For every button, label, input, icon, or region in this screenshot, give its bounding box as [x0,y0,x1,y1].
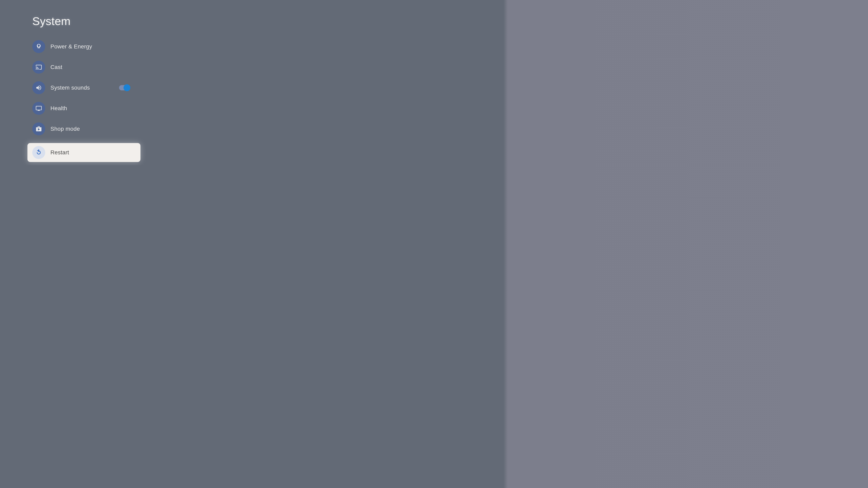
menu-list: Power & Energy Cast System sounds [32,40,174,162]
menu-item-label: System sounds [51,85,90,91]
menu-item-label: Restart [51,149,69,156]
menu-item-power-energy[interactable]: Power & Energy [32,40,174,53]
menu-item-system-sounds[interactable]: System sounds [32,81,174,94]
menu-item-label: Shop mode [51,126,80,132]
menu-item-label: Power & Energy [51,43,92,50]
tv-icon [32,102,45,115]
restart-icon [32,146,45,159]
menu-item-shop-mode[interactable]: Shop mode [32,123,174,135]
page-title: System [32,14,174,28]
menu-item-health[interactable]: Health [32,102,174,115]
menu-item-cast[interactable]: Cast [32,61,174,74]
shop-icon [32,123,45,135]
system-sounds-toggle[interactable] [119,85,130,90]
menu-item-label: Health [51,105,67,111]
menu-item-label: Cast [51,64,62,70]
menu-item-restart[interactable]: Restart [27,143,141,162]
volume-icon [32,81,45,94]
system-settings-panel: System Power & Energy Cast [0,0,174,165]
lightbulb-icon [32,40,45,53]
cast-icon [32,61,45,74]
toggle-thumb [124,84,130,91]
